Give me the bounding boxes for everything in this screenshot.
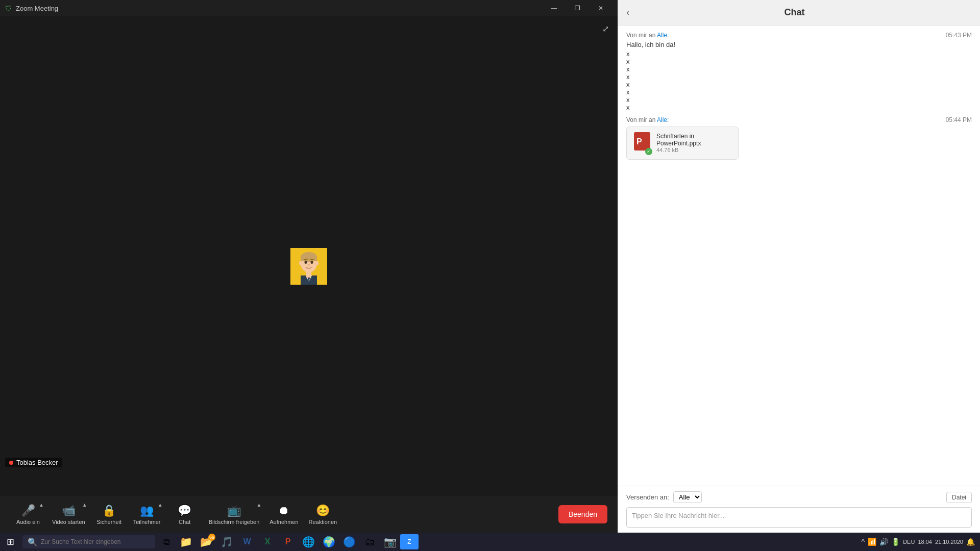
chat-message-group-2: Von mir an Alle: 05:44 PM P ✓ Schriftart… xyxy=(626,116,972,160)
taskbar-app-word[interactable]: W xyxy=(237,533,257,551)
record-button[interactable]: ⏺ Aufnehmen xyxy=(265,498,302,531)
record-label: Aufnehmen xyxy=(270,519,298,525)
battery-icon: 🔋 xyxy=(891,538,900,546)
chat-footer: Versenden an: Alle Datei Tippen Sie Ihre… xyxy=(618,486,980,533)
participants-button[interactable]: ▲ 👥 Teilnehmer xyxy=(129,498,165,531)
taskbar-system-tray: ^ 📶 🔊 🔋 DEU 18:04 21.10.2020 🔔 xyxy=(856,538,980,546)
file-size: 44.76 kB xyxy=(656,147,731,153)
chat-msg-meta-2: Von mir an Alle: 05:44 PM xyxy=(626,116,972,123)
search-bar[interactable]: 🔍 xyxy=(22,535,155,548)
chat-header: ‹ Chat xyxy=(618,0,980,26)
windows-logo-icon: ⊞ xyxy=(7,536,14,547)
video-label: Video starten xyxy=(52,519,85,525)
taskbar-app-browser1[interactable]: 🌐 xyxy=(298,533,318,551)
audio-icon: 🎤 xyxy=(21,504,35,517)
screen-share-label: Bildschirm freigeben xyxy=(209,519,260,525)
participant-name-text: Tobias Becker xyxy=(16,459,58,466)
audio-arrow[interactable]: ▲ xyxy=(39,502,44,508)
file-info: Schriftarten in PowerPoint.pptx 44.76 kB xyxy=(656,133,731,153)
screen-share-button[interactable]: ▲ 📺 Bildschirm freigeben xyxy=(205,498,264,531)
taskbar-app-zoom[interactable]: Z xyxy=(400,534,419,549)
restore-button[interactable]: ❐ xyxy=(566,0,589,16)
clock-date: 21.10.2020 xyxy=(935,539,963,545)
chat-time-1: 05:43 PM xyxy=(946,32,972,39)
expand-tray-icon[interactable]: ^ xyxy=(862,538,865,546)
title-bar: 🛡 Zoom Meeting — ❐ ✕ xyxy=(0,0,618,16)
start-button[interactable]: ⊞ xyxy=(0,533,20,551)
reactions-icon: 😊 xyxy=(316,504,330,517)
task-view-icon[interactable]: ⧉ xyxy=(157,533,176,551)
taskbar-app-tools[interactable]: 🗂 xyxy=(359,533,380,551)
chat-button[interactable]: 💬 Chat xyxy=(167,498,203,531)
close-button[interactable]: ✕ xyxy=(589,0,612,16)
participants-arrow[interactable]: ▲ xyxy=(158,502,163,508)
chat-sender-1: Von mir an Alle: xyxy=(626,32,669,39)
svg-point-5 xyxy=(311,261,313,264)
video-button[interactable]: ▲ 📹 Video starten xyxy=(48,498,89,531)
chat-icon: 💬 xyxy=(178,504,191,517)
taskbar-app-excel[interactable]: X xyxy=(257,533,278,551)
window-title: Zoom Meeting xyxy=(16,5,542,12)
file-name: Schriftarten in PowerPoint.pptx xyxy=(656,133,731,147)
participant-avatar xyxy=(290,248,327,285)
taskbar-app-spotify[interactable]: 🎵 xyxy=(216,533,237,551)
security-icon: 🔒 xyxy=(102,504,116,517)
file-upload-button[interactable]: Datei xyxy=(946,492,972,503)
security-button[interactable]: 🔒 Sicherheit xyxy=(91,498,127,531)
send-to-select[interactable]: Alle xyxy=(673,491,702,503)
svg-point-4 xyxy=(305,261,307,264)
audio-button[interactable]: ▲ 🎤 Audio ein xyxy=(10,498,46,531)
end-meeting-button[interactable]: Beenden xyxy=(558,505,607,523)
participant-name-label: Tobias Becker xyxy=(5,458,62,467)
search-input[interactable] xyxy=(41,538,150,545)
taskbar-app-explorer[interactable]: 📁 xyxy=(176,533,196,551)
svg-point-10 xyxy=(315,261,318,265)
taskbar-app-camera[interactable]: 📷 xyxy=(380,533,400,551)
chat-collapse-button[interactable]: ‹ xyxy=(626,7,629,18)
file-check-icon: ✓ xyxy=(645,148,652,155)
send-to-label: Versenden an: xyxy=(626,493,669,501)
reactions-button[interactable]: 😊 Reaktionen xyxy=(305,498,341,531)
search-icon: 🔍 xyxy=(28,537,38,547)
chat-x-lines: xxxxxxxx xyxy=(626,50,972,111)
svg-rect-14 xyxy=(306,271,311,278)
svg-rect-3 xyxy=(301,257,317,261)
minimize-button[interactable]: — xyxy=(542,0,566,16)
taskbar-app-edge[interactable]: 🔵 xyxy=(339,533,359,551)
taskbar-app-chrome[interactable]: 🌍 xyxy=(318,533,339,551)
powerpoint-file-icon: P ✓ xyxy=(634,132,650,154)
taskbar-pinned-apps: 📁 📂 69 🎵 W X P 🌐 🌍 🔵 🗂 📷 Z xyxy=(176,533,419,551)
file-attachment[interactable]: P ✓ Schriftarten in PowerPoint.pptx 44.7… xyxy=(626,127,739,160)
svg-point-8 xyxy=(308,264,310,266)
expand-button[interactable]: ⤢ xyxy=(597,20,614,37)
volume-icon[interactable]: 🔊 xyxy=(879,538,888,546)
chat-title: Chat xyxy=(785,7,805,18)
chat-send-to: Versenden an: Alle Datei xyxy=(626,491,972,503)
screen-share-icon: 📺 xyxy=(227,504,241,517)
chat-message-text-1: Hallo, ich bin da! xyxy=(626,40,972,50)
window-controls: — ❐ ✕ xyxy=(542,0,612,16)
screen-share-arrow[interactable]: ▲ xyxy=(256,502,261,508)
record-icon: ⏺ xyxy=(278,504,289,517)
chat-sender-2: Von mir an Alle: xyxy=(626,116,669,123)
video-arrow[interactable]: ▲ xyxy=(82,502,87,508)
chat-input[interactable]: Tippen Sie Ihre Nachricht hier... xyxy=(626,507,972,528)
chat-msg-meta-1: Von mir an Alle: 05:43 PM xyxy=(626,32,972,39)
chat-label: Chat xyxy=(179,519,190,525)
notifications-icon[interactable]: 🔔 xyxy=(966,538,975,546)
clock-time: 18:04 xyxy=(918,539,932,545)
svg-line-6 xyxy=(304,259,307,260)
meeting-toolbar: ▲ 🎤 Audio ein ▲ 📹 Video starten 🔒 Sicher… xyxy=(0,496,618,533)
participants-icon: 👥 xyxy=(140,504,154,517)
language-indicator: DEU xyxy=(903,539,915,545)
reactions-label: Reaktionen xyxy=(309,519,337,525)
video-icon: 📹 xyxy=(62,504,76,517)
shield-icon: 🛡 xyxy=(5,5,12,12)
network-icon[interactable]: 📶 xyxy=(868,538,876,546)
security-label: Sicherheit xyxy=(96,519,121,525)
chat-time-2: 05:44 PM xyxy=(946,116,972,123)
mute-indicator xyxy=(9,461,13,465)
taskbar-app-powerpoint[interactable]: P xyxy=(278,533,298,551)
svg-line-7 xyxy=(310,259,313,260)
taskbar-app-folder[interactable]: 📂 69 xyxy=(196,533,216,551)
